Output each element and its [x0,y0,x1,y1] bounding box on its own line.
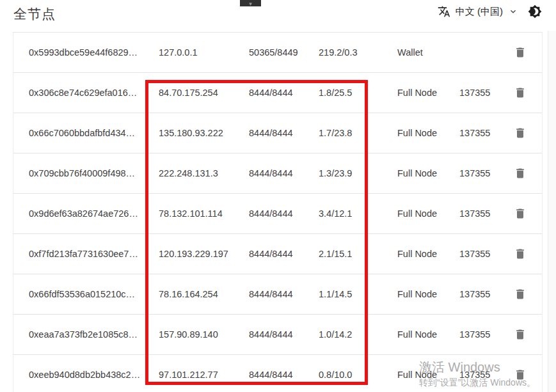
brightness-moon-icon [528,4,542,19]
dark-mode-toggle[interactable] [528,4,542,19]
table-row: 0x66c7060bbdafbfd434… 135.180.93.222 844… [13,113,542,153]
node-ip: 120.193.229.197 [159,249,249,259]
node-type: Full Node [397,128,459,138]
node-type: Full Node [397,249,459,259]
table-row: 0x306c8e74c629efa016… 84.70.175.254 8444… [13,73,542,113]
node-height: 137355 [459,289,507,299]
node-type: Full Node [397,370,459,380]
node-ip: 78.132.101.114 [159,208,249,219]
table-row: 0xf7fd213fa7731630ee7… 120.193.229.197 8… [13,234,542,274]
node-height: 137355 [459,249,507,259]
node-hash: 0x709cbb76f40009f498… [29,168,159,178]
node-hash: 0xeeb940d8db2bb438c2… [29,370,159,380]
top-cropped-tooltip: ▾ [240,0,261,6]
node-ports: 8444/8444 [249,329,319,340]
node-hash: 0xf7fd213fa7731630ee7… [29,249,159,259]
node-height: 137355 [459,88,507,98]
delete-node-button[interactable] [507,201,533,226]
header-controls: 中文 (中国) [438,3,542,20]
node-height: 137355 [459,370,507,380]
caret-down-icon: ▾ [249,1,252,6]
node-hash: 0x66fdf53536a015210c… [29,289,159,299]
table-row: 0x5993dbce59e44f6829… 127.0.0.1 50365/84… [13,33,542,73]
node-traffic: 219.2/0.3 [319,47,397,58]
node-traffic: 1.7/23.8 [319,128,397,138]
node-type: Full Node [397,329,459,340]
language-label: 中文 (中国) [456,6,503,18]
delete-node-button[interactable] [507,80,533,106]
trash-icon [514,288,527,301]
table-row: 0x9d6ef63a82674ae726… 78.132.101.114 844… [13,194,542,234]
node-traffic: 2.1/15.1 [319,249,397,259]
node-hash: 0x66c7060bbdafbfd434… [29,128,159,138]
node-type: Full Node [397,208,459,219]
table-row: 0x66fdf53536a015210c… 78.16.164.254 8444… [13,274,542,315]
translate-icon [438,5,450,18]
node-ports: 8444/8444 [249,370,319,380]
delete-node-button[interactable] [507,322,533,347]
node-hash: 0x306c8e74c629efa016… [29,88,159,98]
node-traffic: 3.4/12.1 [319,208,397,219]
nodes-table: 0x5993dbce59e44f6829… 127.0.0.1 50365/84… [13,32,543,392]
node-height: 137355 [459,168,507,178]
node-ip: 135.180.93.222 [159,128,249,138]
node-type: Full Node [397,88,459,98]
trash-icon [514,207,527,220]
node-ports: 8444/8444 [249,289,319,299]
delete-node-button[interactable] [507,120,533,146]
node-traffic: 1.8/25.5 [319,88,397,98]
node-ports: 8444/8444 [249,128,319,138]
node-traffic: 1.1/14.5 [319,289,397,299]
node-type: Full Node [397,289,459,299]
trash-icon [514,86,527,99]
page: 全节点 ▾ 中文 (中国) 0x5993dbce59e44f6829… 127.… [0,0,556,392]
node-ports: 8444/8444 [249,88,319,98]
trash-icon [514,368,527,381]
chevron-down-icon [508,6,518,17]
node-type: Wallet [397,47,459,58]
trash-icon [514,127,527,139]
node-traffic: 1.0/14.2 [319,329,397,340]
node-hash: 0xeaa7a373fb2e1085c8… [29,329,159,340]
page-title: 全节点 [13,5,56,23]
delete-node-button[interactable] [507,281,533,307]
node-ip: 222.248.131.3 [159,168,249,178]
node-hash: 0x9d6ef63a82674ae726… [29,208,159,219]
trash-icon [514,46,527,59]
node-hash: 0x5993dbce59e44f6829… [29,47,159,58]
delete-node-button[interactable] [507,241,533,267]
node-ports: 50365/8449 [249,47,319,58]
node-ip: 97.101.212.77 [159,370,249,380]
node-ports: 8444/8444 [249,208,319,219]
node-ip: 127.0.0.1 [159,47,249,58]
node-type: Full Node [397,168,459,178]
table-row: 0xeeb940d8db2bb438c2… 97.101.212.77 8444… [13,355,542,392]
delete-node-button[interactable] [507,161,533,186]
delete-node-button[interactable] [507,362,533,388]
node-traffic: 0.8/10.0 [319,370,397,380]
delete-node-button[interactable] [507,40,533,65]
vertical-scrollbar[interactable] [548,31,556,392]
trash-icon [514,167,527,180]
node-ip: 78.16.164.254 [159,289,249,299]
node-ports: 8444/8444 [249,249,319,259]
trash-icon [514,328,527,341]
node-ip: 157.90.89.140 [159,329,249,340]
node-height: 137355 [459,329,507,340]
node-height: 137355 [459,208,507,219]
trash-icon [514,247,527,260]
node-ip: 84.70.175.254 [159,88,249,98]
table-row: 0x709cbb76f40009f498… 222.248.131.3 8444… [13,153,542,194]
node-ports: 8444/8444 [249,168,319,178]
table-row: 0xeaa7a373fb2e1085c8… 157.90.89.140 8444… [13,315,542,355]
language-selector[interactable]: 中文 (中国) [438,5,518,18]
node-traffic: 1.3/23.9 [319,168,397,178]
node-height: 137355 [459,128,507,138]
